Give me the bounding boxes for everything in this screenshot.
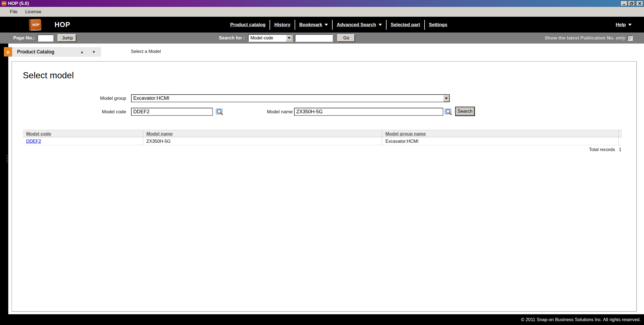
nav-settings-label: Settings [429, 22, 447, 28]
caret-down-icon [379, 24, 382, 26]
model-code-link[interactable]: DDEF2 [26, 139, 41, 144]
help-area: Help [616, 17, 632, 33]
total-records-value: 1 [619, 147, 621, 152]
caret-down-icon [325, 24, 328, 26]
nav-advanced-search[interactable]: Advanced Search [337, 22, 382, 28]
nav-separator [295, 20, 295, 30]
model-group-label: Model group [79, 94, 126, 102]
nav-product-catalog[interactable]: Product catalog [230, 22, 265, 28]
cell-model-name: ZX350H-5G [143, 137, 382, 145]
cell-model-code: DDEF2 [23, 137, 143, 145]
column-header-model-name[interactable]: Model name [143, 130, 382, 137]
dropdown-arrow-icon [445, 98, 448, 99]
latest-publication-group: Show the latest Publication No. only ✓ [545, 33, 633, 44]
cell-spacer [618, 137, 622, 145]
left-panel-strip [0, 44, 8, 314]
nav-separator [424, 20, 425, 30]
hop-book-logo-text: HOP [32, 23, 39, 27]
nav-separator [332, 20, 333, 30]
close-button[interactable] [636, 1, 643, 6]
jump-button[interactable]: Jump [58, 34, 76, 42]
model-name-input[interactable] [294, 108, 443, 116]
search-for-group: Search for : Model code Go [219, 33, 355, 44]
footer: © 2011 Snap-on Business Solutions Inc. A… [0, 314, 644, 325]
chevrons-right-icon: » [6, 49, 10, 55]
model-name-lookup-button[interactable] [445, 108, 452, 115]
page-jump-group: Page No.: Jump [13, 34, 76, 42]
window-title: HOP (5.0) [8, 1, 29, 6]
go-button[interactable]: Go [337, 34, 355, 42]
checkmark-icon: ✓ [628, 36, 632, 40]
search-for-label: Search for : [219, 35, 245, 41]
cell-model-group-name: Excavator:HCMI [382, 137, 618, 145]
search-type-selected-value: Model code [249, 36, 286, 41]
copyright-text: © 2011 Snap-on Business Solutions Inc. A… [521, 317, 641, 322]
brand-group: HOP HOP [29, 17, 70, 33]
nav-history-label: History [274, 22, 290, 28]
nav-history[interactable]: History [274, 22, 290, 28]
minimize-button[interactable] [621, 1, 627, 6]
total-records: Total records1 [589, 147, 621, 152]
breadcrumb-page-label: Select a Model [131, 49, 161, 54]
collapse-up-icon[interactable]: ▲ [80, 50, 84, 54]
model-group-selected-value: Excavator:HCMI [132, 95, 443, 101]
results-table: Model code Model name Model group name D… [23, 130, 622, 145]
dropdown-arrow-icon [288, 37, 290, 39]
model-code-lookup-button[interactable] [216, 108, 223, 115]
sidebar-expander-button[interactable]: » [4, 47, 12, 57]
close-icon [638, 2, 642, 5]
nav-selected-part[interactable]: Selected part [391, 22, 420, 28]
nav-bookmark-label: Bookmark [299, 22, 322, 28]
model-group-select[interactable]: Excavator:HCMI [131, 94, 450, 102]
nav-separator [270, 20, 270, 30]
latest-publication-checkbox[interactable]: ✓ [627, 36, 633, 41]
model-code-input[interactable] [131, 108, 213, 116]
model-code-label: Model code [79, 108, 126, 116]
app-window: { "window": { "title": "HOP (5.0)" }, "m… [0, 0, 644, 325]
content-area: » Product Catalog ▲ ▼ Select a Model Sel… [0, 44, 644, 314]
search-term-input[interactable] [295, 34, 333, 42]
nav-bookmark[interactable]: Bookmark [299, 22, 328, 28]
search-type-select[interactable]: Model code [248, 34, 293, 42]
splitter-grip-icon[interactable] [7, 155, 7, 163]
menu-file[interactable]: File [6, 9, 21, 15]
table-header-row: Model code Model name Model group name [23, 130, 622, 137]
page-no-input[interactable] [37, 34, 53, 42]
nav-separator [386, 20, 387, 30]
dropdown-arrow-button[interactable] [286, 35, 292, 41]
expand-down-icon[interactable]: ▼ [92, 50, 96, 54]
nav-product-catalog-label: Product catalog [230, 22, 265, 28]
magnifier-document-icon [445, 108, 452, 115]
page-no-label: Page No.: [13, 35, 35, 41]
total-records-label: Total records [589, 147, 615, 152]
restore-icon [630, 2, 633, 5]
nav-settings[interactable]: Settings [429, 22, 447, 28]
select-model-panel: Select model Model group Excavator:HCMI … [12, 61, 637, 311]
nav-selected-part-label: Selected part [391, 22, 420, 28]
product-catalog-panel-title: Product Catalog [17, 49, 80, 55]
nav-advanced-search-label: Advanced Search [337, 22, 376, 28]
menu-bar: File License [0, 7, 644, 17]
main-nav: Product catalog History Bookmark Advance… [230, 17, 447, 33]
model-name-label: Model name [251, 108, 293, 116]
search-button[interactable]: Search [455, 107, 475, 116]
column-header-model-group-name[interactable]: Model group name [382, 130, 618, 137]
dropdown-arrow-button[interactable] [443, 95, 449, 102]
app-logo-text: HOP [2, 2, 6, 4]
page-title: Select model [23, 70, 74, 80]
column-header-model-code[interactable]: Model code [23, 130, 143, 137]
table-row: DDEF2 ZX350H-5G Excavator:HCMI [23, 137, 622, 145]
help-link[interactable]: Help [616, 22, 632, 28]
app-header: HOP HOP Product catalog History Bookmark… [0, 17, 644, 33]
toolbar: Page No.: Jump Search for : Model code G… [0, 33, 644, 44]
brand-title: HOP [55, 21, 70, 29]
product-catalog-panel-header[interactable]: Product Catalog ▲ ▼ [12, 47, 101, 57]
minimize-icon [623, 2, 626, 5]
menu-license[interactable]: License [21, 9, 45, 15]
latest-publication-label: Show the latest Publication No. only [545, 35, 625, 41]
window-controls [620, 1, 643, 6]
magnifier-document-icon [216, 108, 223, 115]
caret-down-icon [628, 24, 632, 26]
help-label: Help [616, 22, 626, 28]
restore-button[interactable] [628, 1, 635, 6]
